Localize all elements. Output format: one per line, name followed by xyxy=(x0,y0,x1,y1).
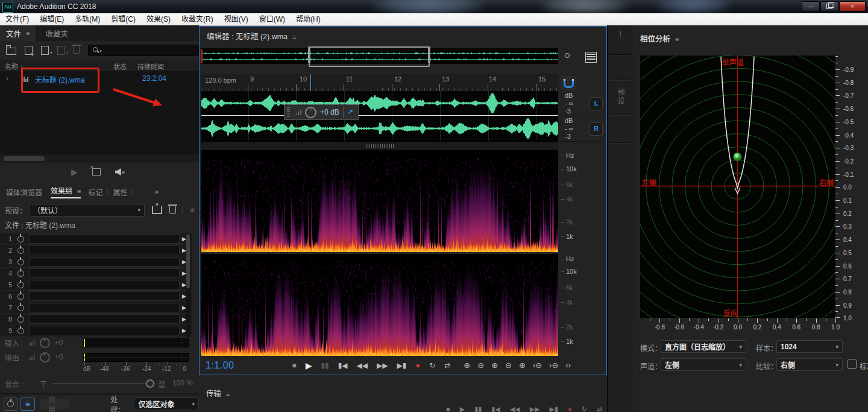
play-button[interactable]: ▶ xyxy=(306,361,312,370)
skip-to-start-button[interactable]: ▮◀ xyxy=(338,362,348,369)
zoom-out-amplitude-button[interactable]: ⊖ xyxy=(477,361,484,370)
editor-layout-icon[interactable] xyxy=(585,52,597,63)
record-button[interactable]: ● xyxy=(568,405,572,412)
effect-slot-well[interactable] xyxy=(29,268,180,278)
rack-power-button[interactable] xyxy=(4,398,17,411)
panel-options-icon[interactable]: ⋮ xyxy=(617,30,624,39)
menu-item-file[interactable]: 文件(F) xyxy=(0,14,34,25)
auto-play-icon[interactable] xyxy=(92,168,101,176)
search-box[interactable]: ▾ xyxy=(88,45,199,56)
effect-slot-power-button[interactable] xyxy=(14,282,27,288)
panel-menu-icon[interactable]: ≡ xyxy=(226,390,230,398)
preview-play-button[interactable]: ▶ xyxy=(71,167,78,177)
output-gain-knob[interactable] xyxy=(40,352,50,363)
effect-slot-power-button[interactable] xyxy=(14,259,27,265)
menu-item-edit[interactable]: 编辑(E) xyxy=(34,14,69,25)
expander-icon[interactable]: › xyxy=(6,74,8,83)
timeline-ruler[interactable]: 120.0 bpm 9101112131415 xyxy=(201,74,558,92)
zoom-out-time-button[interactable]: ⊖ xyxy=(505,361,512,370)
play-button[interactable]: ▶ xyxy=(460,405,465,412)
waveform-display[interactable]: +0 dB ↗ xyxy=(201,91,558,141)
effects-scrollbar-thumb[interactable] xyxy=(186,234,190,288)
tab-favorites[interactable]: 收藏夹 xyxy=(36,28,78,39)
loop-playback-button[interactable]: ↻ xyxy=(582,405,587,412)
compare-dropdown[interactable]: 右侧▾ xyxy=(776,358,843,371)
zoom-to-out-point-button[interactable]: ›⊖ xyxy=(549,361,558,370)
effect-slot-power-button[interactable] xyxy=(14,236,27,242)
effect-slot-well[interactable] xyxy=(29,234,180,244)
panel-menu-icon[interactable]: ≡ xyxy=(675,36,679,43)
column-duration[interactable]: 持续时间 xyxy=(137,62,164,71)
menu-item-favorites[interactable]: 收藏夹(R) xyxy=(176,14,219,25)
preset-dropdown[interactable]: （默认）▾ xyxy=(29,204,145,217)
effect-slot-power-button[interactable] xyxy=(14,293,27,300)
effect-slot-power-button[interactable] xyxy=(14,328,27,334)
column-status[interactable]: 状态 xyxy=(113,62,127,71)
skip-to-end-button[interactable]: ▶▮ xyxy=(397,362,407,369)
speaker-icon[interactable]: » xyxy=(115,168,125,176)
zoom-in-amplitude-button[interactable]: ⊕ xyxy=(464,361,470,370)
delete-preset-icon[interactable] xyxy=(169,206,176,214)
effect-slot-power-button[interactable] xyxy=(14,247,27,254)
save-preset-icon[interactable] xyxy=(152,206,162,214)
tab-files[interactable]: 文件≡ xyxy=(0,25,36,41)
fast-forward-button[interactable]: ▶▶ xyxy=(530,405,540,412)
skip-selection-button[interactable]: ⇄ xyxy=(444,362,450,369)
tab-properties[interactable]: 属性 xyxy=(113,187,127,197)
import-file-icon[interactable]: ↘ xyxy=(25,46,33,55)
collapsed-tab-presets[interactable]: 预设 xyxy=(615,88,626,106)
phase-display[interactable]: 单声道 左侧 右侧 反向 xyxy=(640,55,835,318)
spectrogram-left[interactable] xyxy=(201,151,558,252)
effect-slot-well[interactable] xyxy=(29,257,180,267)
panel-menu-icon[interactable]: ≡ xyxy=(292,33,296,40)
scrollbar-thumb[interactable] xyxy=(4,156,45,161)
hud-grip-icon[interactable] xyxy=(287,107,290,117)
save-file-icon[interactable]: ▾ xyxy=(57,46,65,55)
tab-markers[interactable]: 标记 xyxy=(88,187,102,197)
effect-slot-well[interactable] xyxy=(29,326,180,335)
spectrogram-right[interactable] xyxy=(201,254,558,356)
process-dropdown[interactable]: 仅选区对象▾ xyxy=(134,398,199,410)
skip-to-start-button[interactable]: ▮◀ xyxy=(491,405,500,412)
column-name[interactable]: 名称 ↑ xyxy=(5,62,24,71)
rewind-button[interactable]: ◀◀ xyxy=(357,362,368,369)
mix-slider-track[interactable] xyxy=(52,383,156,384)
snap-button[interactable] xyxy=(561,76,576,90)
effect-slot-well[interactable] xyxy=(29,246,180,255)
fast-forward-button[interactable]: ▶▶ xyxy=(377,362,388,369)
pause-button[interactable]: ▮▮ xyxy=(321,362,329,369)
volume-hud[interactable]: +0 dB ↗ xyxy=(284,104,359,120)
search-input[interactable] xyxy=(103,46,190,54)
effect-slot-well[interactable] xyxy=(29,303,180,312)
stop-button[interactable]: ■ xyxy=(292,362,296,369)
skip-to-end-button[interactable]: ▶▮ xyxy=(550,405,559,412)
effect-slot-power-button[interactable] xyxy=(14,305,27,311)
zoom-in-time-button[interactable]: ⊕ xyxy=(491,361,498,370)
tab-media-browser[interactable]: 媒体浏览器 xyxy=(6,187,42,197)
tab-overflow-icon[interactable]: » xyxy=(154,188,159,196)
normalize-checkbox[interactable] xyxy=(848,360,857,369)
stop-button[interactable]: ■ xyxy=(446,405,450,412)
menu-item-help[interactable]: 帮助(H) xyxy=(291,14,326,25)
mode-dropdown[interactable]: 直方图（日志缩放）▾ xyxy=(661,340,746,353)
channel-dropdown[interactable]: 左侧▾ xyxy=(661,358,746,371)
favorite-star-icon[interactable]: ★ xyxy=(189,205,197,215)
zoom-to-in-point-button[interactable]: ‹⊖ xyxy=(533,361,542,370)
trash-icon[interactable] xyxy=(73,46,80,54)
new-file-icon[interactable]: ▾ xyxy=(41,46,49,55)
menu-item-multitrack[interactable]: 多轨(M) xyxy=(69,14,105,25)
loop-playback-button[interactable]: ↻ xyxy=(429,362,435,369)
samples-dropdown[interactable]: 1024▾ xyxy=(776,340,843,353)
zoom-to-selection-button[interactable]: ‹› xyxy=(565,361,571,370)
playhead[interactable] xyxy=(310,74,311,91)
menu-item-view[interactable]: 视图(V) xyxy=(219,14,254,25)
effect-slot-power-button[interactable] xyxy=(14,316,27,323)
record-button[interactable]: ● xyxy=(415,361,420,369)
pause-button[interactable]: ▮▮ xyxy=(474,405,482,412)
skip-selection-button[interactable]: ⇄ xyxy=(597,405,602,412)
apply-button[interactable]: 应用 xyxy=(40,399,71,410)
effect-slot-well[interactable] xyxy=(29,280,180,290)
menu-item-effects[interactable]: 效果(S) xyxy=(141,14,176,25)
timecode-display[interactable]: 1:1.00 xyxy=(206,360,234,371)
input-gain-knob[interactable] xyxy=(40,338,50,348)
